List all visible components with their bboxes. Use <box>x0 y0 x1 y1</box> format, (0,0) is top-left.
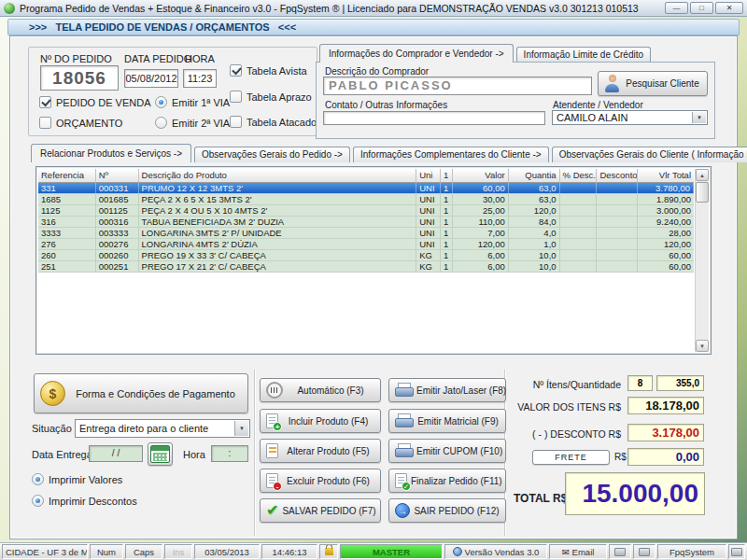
status-email[interactable]: ✉ Email <box>549 544 607 559</box>
column-header[interactable]: Vlr Total <box>638 169 694 183</box>
scroll-thumb[interactable] <box>696 182 709 203</box>
situacao-label: Situação <box>32 423 72 434</box>
envelope-icon: ✉ <box>562 547 570 557</box>
chevron-down-icon[interactable]: ▼ <box>234 421 248 436</box>
column-header[interactable]: Uni <box>416 169 441 183</box>
finalizar-pedido-button[interactable]: ✓ Finalizar Pedido (F11) <box>388 469 506 493</box>
tab-comprador-vendedor[interactable]: Informações do Comprador e Vendedor -> <box>319 44 514 63</box>
printer-mini-icon <box>614 548 626 556</box>
imprimir-descontos-radio[interactable]: Imprimir Descontos <box>32 495 137 507</box>
order-time-label: HORA <box>185 53 215 64</box>
table-row[interactable]: 276000276LONGARINA 4MTS 2' DÚZIAUNI1120,… <box>38 239 694 250</box>
table-cell <box>560 261 598 272</box>
emitir-2via-radio[interactable]: Emitir 2ª VIA <box>155 117 230 129</box>
maximize-button[interactable]: □ <box>690 2 713 14</box>
pedido-venda-checkbox[interactable]: PEDIDO DE VENDA <box>39 96 150 108</box>
emitir-jato-laser-button[interactable]: Emitir Jato/Laser (F8) <box>388 378 506 402</box>
printer-icon <box>395 413 413 429</box>
total-field: 15.000,00 <box>565 472 705 515</box>
tab-produtos-servicos[interactable]: Relacionar Produtos e Serviços -> <box>31 144 191 162</box>
network-icon <box>639 548 650 556</box>
table-cell: 000331 <box>96 183 139 193</box>
table-cell: 10,0 <box>509 261 560 272</box>
table-cell: 1 <box>441 228 453 238</box>
status-location: CIDADE - UF 3 de Maio de 2013 - Sexta-fe… <box>2 544 88 559</box>
automatico-button[interactable]: Automático (F3) <box>260 378 381 402</box>
frete-currency-label: R$ <box>614 452 627 462</box>
order-date-label: DATA PEDIDO <box>124 53 191 64</box>
tab-informacoes-cliente[interactable]: Informações Complementares do Cliente -> <box>353 147 549 162</box>
chevron-down-icon[interactable]: ▼ <box>692 112 706 123</box>
tab-limite-credito[interactable]: Informação Limite de Crédito <box>516 47 651 63</box>
scroll-up-icon[interactable]: ▲ <box>696 169 709 181</box>
incluir-produto-button[interactable]: + Incluir Produto (F4) <box>260 409 381 433</box>
pesquisar-cliente-button[interactable]: Pesquisar Cliente <box>598 71 708 96</box>
check-icon: ✔ <box>266 503 278 518</box>
situacao-combo[interactable]: Entrega direto para o cliente ▼ <box>75 419 250 438</box>
table-row[interactable]: 1685001685PEÇA 2 X 6 5 X 15 3MTS 2'UNI13… <box>38 194 694 205</box>
table-cell <box>597 228 638 238</box>
table-row[interactable]: 316000316TABUA BENEFICIADA 3M 2' DUZIAUN… <box>38 217 694 228</box>
table-cell: 1 <box>441 183 453 193</box>
itens-count-field: 8 <box>627 375 653 391</box>
table-cell: 316 <box>38 217 96 227</box>
status-printer-cell[interactable] <box>609 544 631 559</box>
table-row[interactable]: 331000331PRUMO 12 X 12 3MTS 2'UNI160,006… <box>38 183 694 194</box>
document-check-icon: ✓ <box>395 473 407 488</box>
orcamento-checkbox[interactable]: ORÇAMENTO <box>39 117 122 129</box>
emitir-1via-radio[interactable]: Emitir 1ª VIA <box>155 96 230 108</box>
emitir-matricial-button[interactable]: Emitir Matricial (F9) <box>388 409 506 433</box>
column-header[interactable]: Nº <box>96 169 139 183</box>
scroll-down-icon[interactable]: ▼ <box>696 340 709 352</box>
imprimir-valores-radio[interactable]: Imprimir Valores <box>32 473 122 485</box>
frete-button[interactable]: FRETE <box>532 450 610 465</box>
column-header[interactable]: Descrição do Produto <box>139 169 417 183</box>
alterar-produto-button[interactable]: Alterar Produto (F5) <box>260 439 381 463</box>
order-time-field[interactable]: 11:23 <box>183 69 217 88</box>
table-cell: 120,00 <box>638 239 694 249</box>
status-caps: Caps <box>125 544 162 559</box>
table-row[interactable]: 3333003333LONGARINA 3MTS 2' P/ UNIDADEUN… <box>38 228 694 239</box>
emitir-cupom-button[interactable]: Emitir CUPOM (F10) <box>388 439 506 463</box>
product-table-body: 331000331PRUMO 12 X 12 3MTS 2'UNI160,006… <box>38 183 694 273</box>
table-row[interactable]: 251000251PREGO 17 X 21 2' C/ CABEÇAKG16,… <box>38 261 694 273</box>
atendente-combo[interactable]: CAMILO ALAIN ▼ <box>552 110 708 125</box>
data-entrega-field[interactable]: / / <box>89 445 143 462</box>
contato-field[interactable] <box>323 111 545 125</box>
order-date-field[interactable]: 05/08/2012 <box>124 69 178 88</box>
column-header[interactable]: 1 <box>441 169 453 183</box>
tabela-aprazo-checkbox[interactable]: Tabela Aprazo <box>230 91 312 103</box>
column-header[interactable]: % Desc. <box>560 169 598 183</box>
tabela-atacado-checkbox[interactable]: Tabela Atacado <box>230 116 317 128</box>
table-scrollbar[interactable]: ▲ ▼ <box>695 169 709 352</box>
tab-observacoes-pedido[interactable]: Observações Gerais do Pedido -> <box>194 147 350 162</box>
hora-entrega-field[interactable]: : <box>211 445 248 462</box>
person-icon <box>604 74 620 93</box>
column-header[interactable]: Referencia <box>38 169 96 183</box>
forma-pagamento-button[interactable]: $ Forma e Condições de Pagamento <box>34 373 248 413</box>
comprador-field[interactable]: PABLO PICASSO <box>323 77 592 95</box>
table-cell: 63,0 <box>509 183 560 193</box>
column-header[interactable]: Desconto <box>597 169 638 183</box>
excluir-produto-button[interactable]: - Excluir Produto (F6) <box>260 469 381 493</box>
radio-icon <box>32 473 44 485</box>
tabela-avista-checkbox[interactable]: Tabela Avista <box>230 64 307 77</box>
itens-quantidade-label: Nº Ítens/Quantidade <box>509 379 621 390</box>
tab-observacoes-cliente[interactable]: Observações Gerais do Cliente ( Informaç… <box>552 147 747 162</box>
app-icon <box>4 3 15 14</box>
salvar-pedido-button[interactable]: ✔ SALVAR PEDIDO (F7) <box>260 498 381 523</box>
contato-label: Contato / Outras Informações <box>325 100 447 110</box>
column-header[interactable]: Valor <box>453 169 509 183</box>
table-row[interactable]: 1125001125PEÇA 2 X 4 OU 5 X 10 4MTS 2'UN… <box>38 205 694 217</box>
status-network-cell[interactable] <box>633 544 655 559</box>
sair-pedido-button[interactable]: → SAIR PEDIDO (F12) <box>388 498 506 523</box>
close-button[interactable]: ✕ <box>715 2 743 14</box>
table-row[interactable]: 260000260PREGO 19 X 33 3' C/ CABEÇAKG16,… <box>38 250 694 261</box>
table-cell: KG <box>416 250 441 260</box>
column-header[interactable]: Quantia <box>509 169 560 183</box>
calendar-button[interactable] <box>148 442 173 466</box>
minimize-button[interactable]: — <box>665 2 688 14</box>
order-number-field[interactable]: 18056 <box>40 65 119 91</box>
table-cell: 6,00 <box>453 250 509 260</box>
table-cell: 000260 <box>96 250 139 260</box>
